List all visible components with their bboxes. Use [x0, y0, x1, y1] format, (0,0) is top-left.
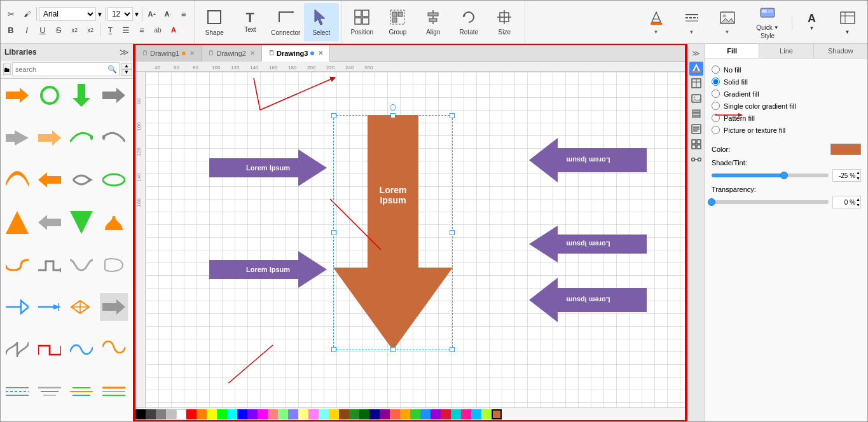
connector-tool-btn[interactable]: Connector — [268, 3, 303, 41]
palette-color-13[interactable] — [258, 409, 268, 419]
rp-tab-line[interactable]: Line — [759, 44, 813, 58]
rotate-tool-btn[interactable]: Rotate — [451, 3, 486, 41]
cut-button[interactable]: ✂ — [3, 6, 18, 22]
palette-color-1[interactable] — [135, 409, 146, 419]
palette-color-18[interactable] — [308, 409, 319, 419]
sidebar-collapse-btn[interactable]: ≫ — [120, 47, 129, 57]
palette-color-20[interactable] — [329, 409, 339, 419]
shape-item[interactable] — [67, 336, 95, 364]
trans-dec-btn[interactable]: ▼ — [856, 202, 860, 208]
subscript-btn[interactable]: x2 — [83, 22, 98, 37]
rp-icon-text[interactable] — [689, 123, 703, 137]
fill-option-solid[interactable]: Solid fill — [712, 76, 861, 88]
shape-item[interactable] — [67, 378, 95, 405]
shape-item[interactable] — [100, 166, 128, 194]
shape-item[interactable] — [67, 81, 95, 109]
purple-right-arrow-2[interactable]: Lorem Ipsum — [209, 250, 327, 289]
palette-color-16[interactable] — [288, 409, 298, 419]
shade-inc-btn[interactable]: ▲ — [856, 170, 860, 175]
palette-color-9[interactable] — [217, 409, 227, 419]
shape-item[interactable] — [100, 251, 128, 279]
rp-icon-grid[interactable] — [689, 138, 703, 152]
shape-item[interactable] — [100, 378, 128, 405]
palette-color-4[interactable] — [166, 409, 176, 419]
fill-option-pattern[interactable]: Pattern fill — [712, 112, 861, 124]
tab3-close[interactable]: ✕ — [318, 50, 323, 57]
more-options-btn[interactable]: ▼ — [830, 3, 865, 41]
palette-color-30[interactable] — [431, 409, 441, 419]
rotation-handle[interactable] — [390, 104, 396, 111]
font-color-right-btn[interactable]: A ▼ — [794, 3, 829, 41]
palette-color-26[interactable] — [390, 409, 400, 419]
big-orange-arrow[interactable]: LoremIpsum — [333, 115, 453, 350]
rp-collapse-btn[interactable]: ≫ — [689, 46, 703, 60]
position-tool-btn[interactable]: Position — [345, 3, 380, 41]
palette-color-24[interactable] — [369, 409, 380, 419]
tab2-close[interactable]: ✕ — [250, 50, 255, 57]
palette-color-15[interactable] — [278, 409, 288, 419]
palette-color-35[interactable] — [481, 409, 492, 419]
radio-single-gradient[interactable] — [712, 102, 720, 110]
bold-btn[interactable]: B — [3, 22, 18, 37]
quick-style-tool-btn[interactable]: Quick ▼ Style — [745, 3, 790, 41]
paste-style-button[interactable]: 🖌 — [19, 6, 34, 22]
palette-color-36[interactable] — [492, 409, 502, 419]
fill-option-picture[interactable]: Picture or texture fill — [712, 124, 861, 136]
canvas-content[interactable]: LoremIpsum Lorem Ipsum Lor — [146, 72, 685, 407]
palette-color-23[interactable] — [359, 409, 369, 419]
palette-color-2[interactable] — [146, 409, 156, 419]
shape-item[interactable] — [36, 378, 64, 405]
rp-icon-connect[interactable] — [689, 153, 703, 167]
font-dropdown-btn[interactable]: ▼ — [97, 11, 103, 18]
clear-format-btn[interactable]: T̲ — [102, 22, 118, 37]
case-btn[interactable]: ab — [150, 22, 165, 37]
color-swatch[interactable] — [830, 144, 861, 155]
purple-right-arrow-1[interactable]: Lorem Ipsum — [209, 148, 327, 187]
insert-image-tool-btn[interactable]: ▼ — [710, 3, 745, 41]
shape-item[interactable] — [3, 293, 31, 321]
font-color-btn[interactable]: A — [166, 22, 181, 37]
palette-color-11[interactable] — [237, 409, 247, 419]
decrease-font-btn[interactable]: A- — [160, 6, 176, 22]
radio-picture-fill[interactable] — [712, 126, 720, 134]
palette-color-29[interactable] — [420, 409, 431, 419]
palette-color-17[interactable] — [298, 409, 308, 419]
tab-drawing1[interactable]: 🗒 Drawing1 ✕ — [135, 45, 202, 62]
shape-item[interactable] — [36, 81, 64, 109]
fill-option-single-gradient[interactable]: Single color gradient fill — [712, 100, 861, 112]
shape-item[interactable] — [67, 124, 95, 152]
shape-item[interactable] — [3, 166, 31, 194]
shape-item[interactable] — [67, 166, 95, 194]
font-size-dropdown-btn[interactable]: ▼ — [134, 11, 140, 18]
radio-no-fill[interactable] — [712, 65, 720, 74]
purple-left-arrow-3[interactable]: Lorem Ipsum — [529, 275, 647, 325]
font-size-select[interactable]: 12 — [107, 7, 133, 21]
shape-item[interactable] — [3, 251, 31, 279]
italic-btn[interactable]: I — [19, 22, 34, 37]
palette-color-19[interactable] — [319, 409, 329, 419]
fill-option-gradient[interactable]: Gradient fill — [712, 88, 861, 100]
radio-pattern-fill[interactable] — [712, 114, 720, 122]
palette-color-34[interactable] — [471, 409, 481, 419]
search-input[interactable] — [13, 65, 106, 73]
scroll-up-btn[interactable]: ▲ — [121, 63, 132, 69]
palette-color-27[interactable] — [400, 409, 410, 419]
shape-item[interactable] — [36, 208, 64, 236]
align-tool-btn[interactable]: Align — [416, 3, 451, 41]
increase-font-btn[interactable]: A+ — [144, 6, 160, 22]
sidebar-nav-up[interactable]: 🖿 — [3, 64, 11, 75]
fill-option-no-fill[interactable]: No fill — [712, 64, 861, 76]
select-tool-btn[interactable]: Select — [304, 3, 339, 41]
radio-solid-fill[interactable] — [712, 78, 720, 86]
fill-color-tool-btn[interactable]: ▼ — [638, 3, 673, 41]
shape-item[interactable] — [36, 124, 64, 152]
rp-tab-shadow[interactable]: Shadow — [814, 44, 867, 58]
list-style-btn[interactable]: ☰ — [118, 22, 134, 37]
group-tool-btn[interactable]: Group — [380, 3, 415, 41]
shape-item[interactable] — [3, 124, 31, 152]
shape-item[interactable] — [36, 336, 64, 364]
palette-color-7[interactable] — [196, 409, 207, 419]
text-tool-btn[interactable]: T Text — [233, 3, 268, 41]
palette-color-8[interactable] — [207, 409, 217, 419]
font-family-select[interactable]: Arial — [39, 7, 96, 21]
